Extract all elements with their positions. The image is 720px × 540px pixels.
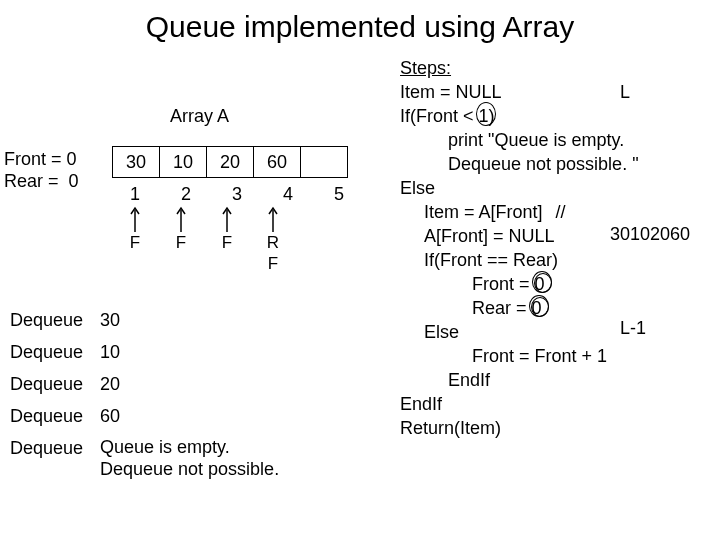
code-line: Rear = 0	[400, 296, 639, 320]
index-label: 5	[316, 184, 362, 205]
pointer-label: F	[158, 234, 204, 252]
dequeue-label: Dequeue	[10, 368, 100, 400]
array-cell: 60	[254, 147, 301, 178]
circled-value: 0	[532, 298, 542, 318]
pseudocode: Steps: Item = NULL If(Front < 1) print "…	[400, 56, 639, 440]
front-label: Front =	[4, 149, 62, 169]
arrow-up-icon	[129, 206, 141, 234]
index-row: 1 2 3 4 5	[112, 184, 362, 205]
slide-body: Array A Front = 0 Rear = 0 30 10 20 60 1…	[0, 46, 720, 526]
code-text: )	[489, 106, 495, 126]
arrow-up-icon	[175, 206, 187, 234]
annotation-L-minus-1: L-1	[620, 318, 646, 339]
front-value: 0	[67, 149, 77, 169]
dequeue-empty-msg: Dequeue not possible.	[100, 459, 279, 479]
arrow-up-icon	[267, 206, 279, 234]
code-line: Item = A[Front] //	[400, 200, 639, 224]
dequeue-value: 60	[100, 400, 120, 432]
rear-value: 0	[69, 171, 79, 191]
pointer-label: F	[204, 234, 250, 252]
code-line: Item = NULL	[400, 80, 639, 104]
array-cell	[301, 147, 348, 178]
pointer-label: R	[250, 234, 296, 252]
code-line: print "Queue is empty.	[400, 128, 639, 152]
annotation-L: L	[620, 82, 630, 103]
index-label: 4	[265, 184, 311, 205]
code-line: Dequeue not possible. "	[400, 152, 639, 176]
arrow-up-icon	[221, 206, 233, 234]
index-label: 2	[163, 184, 209, 205]
array-cell: 10	[160, 147, 207, 178]
steps-heading: Steps:	[400, 56, 639, 80]
code-line: EndIf	[400, 368, 639, 392]
rear-label: Rear =	[4, 171, 59, 191]
code-line: If(Front == Rear)	[400, 248, 639, 272]
array-cell: 30	[113, 147, 160, 178]
index-label: 3	[214, 184, 260, 205]
code-line: If(Front < 1)	[400, 104, 639, 128]
dequeue-empty-msg: Queue is empty.	[100, 437, 230, 457]
dequeue-value: 20	[100, 368, 120, 400]
dequeue-log: Dequeue30 Dequeue10 Dequeue20 Dequeue60 …	[10, 304, 279, 480]
dequeue-label: Dequeue	[10, 336, 100, 368]
dequeue-value: 30	[100, 304, 120, 336]
index-label: 1	[112, 184, 158, 205]
code-line: Return(Item)	[400, 416, 639, 440]
array-name-label: Array A	[170, 106, 229, 127]
pointer-arrows-row: F F F R F	[112, 206, 342, 276]
code-line: EndIf	[400, 392, 639, 416]
code-text: If(Front <	[400, 106, 479, 126]
code-text: Front =	[472, 274, 535, 294]
code-text: Rear =	[472, 298, 532, 318]
front-rear-indicator: Front = 0 Rear = 0	[4, 148, 79, 192]
code-line: A[Front] = NULL	[400, 224, 639, 248]
code-line: Else	[400, 176, 639, 200]
dequeue-label: Dequeue	[10, 304, 100, 336]
code-text: Item = A[Front]	[424, 202, 543, 222]
dequeue-label: Dequeue	[10, 400, 100, 432]
dequeue-value: 10	[100, 336, 120, 368]
dequeue-label: Dequeue	[10, 432, 100, 480]
pointer-label: F	[112, 234, 158, 252]
code-comment-slashes: //	[556, 202, 566, 222]
code-line: Front = 0	[400, 272, 639, 296]
array-table: 30 10 20 60	[112, 146, 348, 178]
array-cell: 20	[207, 147, 254, 178]
slide-title: Queue implemented using Array	[0, 0, 720, 46]
circled-value: 0	[535, 274, 545, 294]
pointer-label: F	[250, 255, 296, 273]
annotation-values: 30102060	[610, 224, 690, 245]
code-line: Else	[400, 320, 639, 344]
code-line: Front = Front + 1	[400, 344, 639, 368]
circled-value: 1	[479, 106, 489, 126]
